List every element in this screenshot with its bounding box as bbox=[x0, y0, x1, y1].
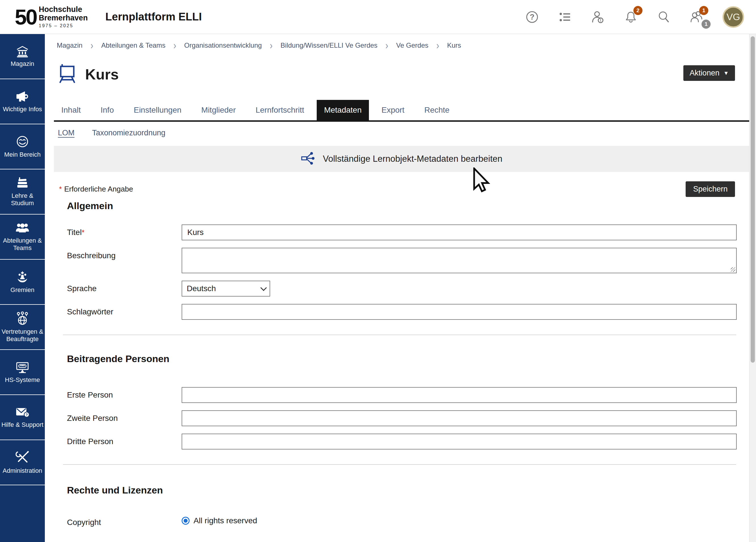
top-header: 50 Hochschule Bremerhaven 1975 – 2025 Le… bbox=[0, 0, 756, 34]
beschreibung-label: Beschreibung bbox=[67, 248, 182, 260]
scrollbar-thumb[interactable] bbox=[751, 36, 755, 363]
globe-people-icon bbox=[16, 312, 29, 325]
contacts-icon[interactable]: 1 1 bbox=[690, 10, 704, 24]
main-sidebar: Magazin Wichtige Infos Mein Bereich Lehr… bbox=[0, 34, 45, 542]
sidebar-item-magazin[interactable]: Magazin bbox=[0, 34, 45, 79]
tab-export[interactable]: Export bbox=[374, 100, 412, 120]
tab-rechte[interactable]: Rechte bbox=[417, 100, 457, 120]
schlagwoerter-input[interactable] bbox=[182, 304, 737, 320]
sidebar-item-gremien[interactable]: Gremien bbox=[0, 260, 45, 305]
sprache-selected-value: Deutsch bbox=[187, 284, 216, 293]
sidebar-item-label: Vertretungen & Beauftragte bbox=[1, 328, 44, 343]
avatar[interactable]: VG bbox=[723, 6, 744, 28]
sidebar-item-hs-systeme[interactable]: *** HS-Systeme bbox=[0, 350, 45, 395]
logo-name-line2: Bremerhaven bbox=[39, 14, 88, 22]
books-icon bbox=[16, 177, 29, 189]
tools-icon bbox=[16, 451, 29, 464]
megaphone-icon bbox=[15, 90, 30, 103]
section-divider bbox=[63, 335, 736, 335]
sidebar-item-mein-bereich[interactable]: Mein Bereich bbox=[0, 124, 45, 169]
breadcrumb-item[interactable]: Abteilungen & Teams bbox=[101, 41, 165, 49]
dritte-person-input[interactable] bbox=[182, 434, 737, 449]
committee-icon bbox=[15, 270, 30, 283]
page-title: Kurs bbox=[85, 66, 119, 83]
metadata-tree-icon bbox=[301, 151, 316, 167]
sidebar-item-label: HS-Systeme bbox=[5, 376, 40, 384]
course-easel-icon bbox=[58, 64, 77, 85]
sidebar-item-label: Hilfe & Support bbox=[1, 421, 43, 428]
sidebar-item-administration[interactable]: Administration bbox=[0, 440, 45, 485]
breadcrumb: Magazin › Abteilungen & Teams › Organisa… bbox=[57, 34, 749, 57]
bullet-list-icon[interactable] bbox=[558, 10, 572, 24]
required-star: * bbox=[82, 228, 85, 237]
tab-mitglieder[interactable]: Mitglieder bbox=[194, 100, 243, 120]
breadcrumb-item[interactable]: Bildung/Wissen/ELLI Ve Gerdes bbox=[281, 41, 378, 49]
sidebar-item-label: Gremien bbox=[11, 286, 34, 294]
section-divider bbox=[63, 464, 736, 465]
sidebar-item-abteilungen-teams[interactable]: Abteilungen & Teams bbox=[0, 215, 45, 260]
titel-label: Titel* bbox=[67, 224, 182, 237]
section-heading-beitragende: Beitragende Personen bbox=[67, 353, 737, 364]
user-alert-icon[interactable]: ! bbox=[591, 10, 605, 24]
copyright-label: Copyright bbox=[67, 514, 182, 527]
sidebar-item-label: Wichtige Infos bbox=[3, 106, 42, 113]
sidebar-item-wichtige-infos[interactable]: Wichtige Infos bbox=[0, 79, 45, 124]
sidebar-item-label: Lehre & Studium bbox=[1, 192, 44, 207]
people-group-icon bbox=[15, 222, 30, 234]
copyright-radio[interactable] bbox=[182, 517, 190, 525]
section-heading-rechte: Rechte und Lizenzen bbox=[67, 485, 737, 496]
notifications-badge: 2 bbox=[633, 6, 642, 15]
zweite-person-input[interactable] bbox=[182, 410, 737, 426]
required-star: * bbox=[59, 185, 62, 193]
svg-text:?: ? bbox=[530, 13, 535, 21]
edit-full-metadata-banner[interactable]: Vollständige Lernobjekt-Metadaten bearbe… bbox=[54, 146, 749, 172]
contacts-badge-new: 1 bbox=[699, 6, 708, 15]
breadcrumb-separator-icon: › bbox=[436, 39, 439, 52]
schlagwoerter-label: Schlagwörter bbox=[67, 304, 182, 316]
sidebar-item-label: Administration bbox=[3, 467, 42, 474]
sprache-select[interactable]: Deutsch bbox=[182, 281, 270, 297]
chevron-down-icon bbox=[261, 285, 267, 291]
sidebar-item-vertretungen[interactable]: Vertretungen & Beauftragte bbox=[0, 305, 45, 350]
beschreibung-textarea[interactable] bbox=[182, 248, 737, 273]
required-hint: *Erforderliche Angabe bbox=[59, 185, 133, 194]
erste-person-input[interactable] bbox=[182, 387, 737, 403]
main-content: Magazin › Abteilungen & Teams › Organisa… bbox=[45, 34, 749, 542]
zweite-person-label: Zweite Person bbox=[67, 410, 182, 423]
dritte-person-label: Dritte Person bbox=[67, 434, 182, 446]
vertical-scrollbar[interactable] bbox=[749, 34, 756, 542]
breadcrumb-separator-icon: › bbox=[91, 39, 93, 52]
breadcrumb-separator-icon: › bbox=[385, 39, 388, 52]
breadcrumb-item[interactable]: Kurs bbox=[447, 41, 461, 49]
breadcrumb-item[interactable]: Ve Gerdes bbox=[396, 41, 428, 49]
save-button[interactable]: Speichern bbox=[686, 181, 735, 197]
subtab-bar: LOM Taxonomiezuordnung bbox=[58, 129, 749, 137]
bell-icon[interactable]: 2 bbox=[624, 10, 638, 24]
sidebar-item-lehre-studium[interactable]: Lehre & Studium bbox=[0, 169, 45, 215]
breadcrumb-item[interactable]: Organisationsentwicklung bbox=[184, 41, 262, 49]
university-logo: 50 Hochschule Bremerhaven 1975 – 2025 bbox=[15, 5, 88, 28]
app-title: Lernplattform ELLI bbox=[105, 11, 202, 23]
breadcrumb-item[interactable]: Magazin bbox=[57, 41, 83, 49]
tab-metadaten[interactable]: Metadaten bbox=[317, 100, 369, 120]
actions-button[interactable]: Aktionen ▼ bbox=[683, 65, 735, 81]
smiley-icon bbox=[16, 135, 29, 148]
tab-lernfortschritt[interactable]: Lernfortschritt bbox=[248, 100, 312, 120]
tab-inhalt[interactable]: Inhalt bbox=[54, 100, 88, 120]
search-icon[interactable] bbox=[657, 10, 671, 24]
contacts-badge-requests: 1 bbox=[702, 20, 711, 29]
logo-50: 50 bbox=[15, 6, 37, 28]
subtab-lom[interactable]: LOM bbox=[58, 129, 75, 137]
logo-name-line1: Hochschule bbox=[39, 5, 88, 14]
mail-help-icon: ? bbox=[15, 406, 30, 418]
tab-info[interactable]: Info bbox=[93, 100, 121, 120]
svg-text:***: *** bbox=[20, 364, 25, 368]
tab-bar: Inhalt Info Einstellungen Mitglieder Ler… bbox=[54, 100, 749, 122]
sidebar-item-label: Magazin bbox=[11, 60, 34, 68]
sidebar-item-hilfe-support[interactable]: ? Hilfe & Support bbox=[0, 395, 45, 440]
titel-input[interactable] bbox=[182, 224, 737, 240]
subtab-taxonomiezuordnung[interactable]: Taxonomiezuordnung bbox=[92, 129, 165, 137]
tab-einstellungen[interactable]: Einstellungen bbox=[126, 100, 189, 120]
help-icon[interactable]: ? bbox=[525, 10, 539, 24]
copyright-option-label: All rights reserved bbox=[194, 516, 257, 525]
